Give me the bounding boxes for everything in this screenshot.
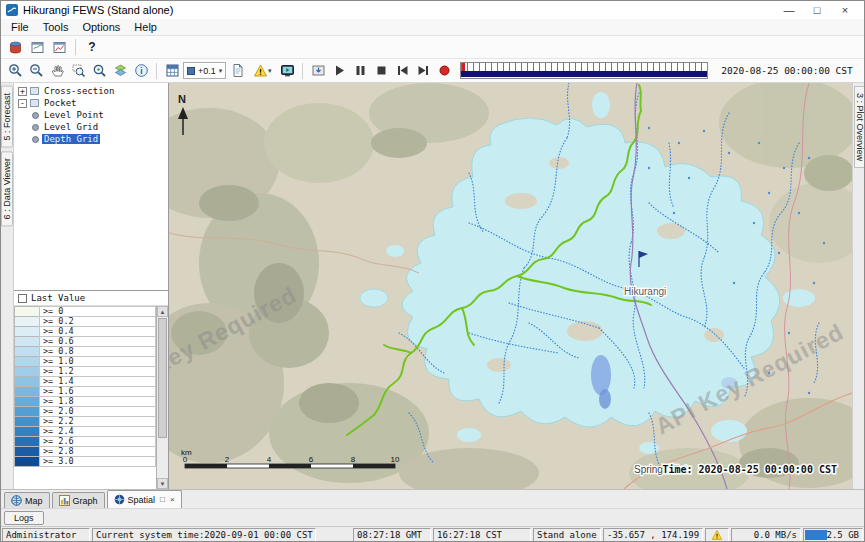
document-button[interactable] bbox=[227, 61, 247, 81]
app-window: Hikurangi FEWS (Stand alone) — □ × File … bbox=[0, 0, 865, 542]
tree-item-level-grid[interactable]: Level Grid bbox=[14, 121, 168, 133]
screen-icon bbox=[280, 63, 295, 78]
window-controls: — □ × bbox=[775, 2, 859, 19]
grid-icon bbox=[165, 63, 180, 78]
timeline-slider[interactable] bbox=[460, 62, 708, 79]
skip-to-end-button[interactable] bbox=[413, 61, 433, 81]
tree-expander-icon[interactable]: - bbox=[18, 99, 27, 108]
legend-panel: Last Value >= 0>= 0.2>= 0.4>= 0.6>= 0.8>… bbox=[14, 291, 168, 489]
tab-plot-overview[interactable]: 3 : Plot Overview bbox=[854, 86, 865, 168]
pan-hand-icon bbox=[50, 63, 65, 78]
tab-forecast[interactable]: 5 : Forecast bbox=[1, 86, 13, 148]
tab-data-viewer[interactable]: 6 : Data Viewer bbox=[1, 151, 13, 226]
mini-grid-icon bbox=[187, 67, 195, 75]
legend-row[interactable]: >= 3.0 bbox=[14, 456, 156, 467]
pause-button[interactable] bbox=[350, 61, 370, 81]
statusbar-user: Administrator bbox=[2, 528, 90, 542]
bottom-tab-bar: Map Graph Spatial □ × bbox=[1, 489, 864, 508]
app-logo-icon bbox=[6, 4, 18, 16]
scrollbar-thumb[interactable] bbox=[158, 318, 167, 438]
statusbar: Administrator Current system time:2020-0… bbox=[1, 526, 864, 542]
last-value-checkbox[interactable] bbox=[18, 294, 27, 303]
chevron-down-icon: ▾ bbox=[219, 67, 223, 75]
record-icon bbox=[437, 63, 452, 78]
maximize-button[interactable]: □ bbox=[803, 2, 831, 19]
play-icon bbox=[332, 63, 347, 78]
svg-text:0: 0 bbox=[183, 455, 188, 464]
layers-button[interactable] bbox=[110, 61, 130, 81]
tab-graph[interactable]: Graph bbox=[52, 492, 105, 508]
record-button[interactable] bbox=[434, 61, 454, 81]
tree-item-depth-grid[interactable]: Depth Grid bbox=[14, 133, 168, 145]
menu-file[interactable]: File bbox=[4, 20, 36, 34]
north-label: N bbox=[178, 93, 186, 105]
float-panel-icon[interactable]: □ bbox=[160, 496, 165, 504]
statusbar-spacer bbox=[318, 528, 351, 542]
map-display-button[interactable] bbox=[27, 37, 47, 57]
zoom-out-button[interactable] bbox=[26, 61, 46, 81]
tree-item-level-point[interactable]: Level Point bbox=[14, 109, 168, 121]
node-dot-icon bbox=[32, 112, 39, 119]
animation-display-button[interactable] bbox=[277, 61, 297, 81]
svg-text:10: 10 bbox=[391, 455, 400, 464]
tab-map[interactable]: Map bbox=[4, 492, 50, 508]
svg-text:4: 4 bbox=[267, 455, 272, 464]
open-database-button[interactable] bbox=[5, 37, 25, 57]
legend-body: >= 0>= 0.2>= 0.4>= 0.6>= 0.8>= 1.0>= 1.2… bbox=[14, 306, 168, 489]
pause-icon bbox=[353, 63, 368, 78]
svg-text:6: 6 bbox=[309, 455, 314, 464]
play-button[interactable] bbox=[329, 61, 349, 81]
menu-options[interactable]: Options bbox=[75, 20, 127, 34]
statusbar-gmt-time: 08:27:18 GMT bbox=[353, 528, 431, 542]
help-icon: ? bbox=[88, 40, 95, 54]
close-tab-icon[interactable]: × bbox=[170, 496, 175, 504]
timeline-ticks bbox=[461, 63, 707, 71]
warning-icon bbox=[711, 529, 723, 541]
export-animation-button[interactable] bbox=[308, 61, 328, 81]
close-button[interactable]: × bbox=[831, 2, 859, 19]
minimize-button[interactable]: — bbox=[775, 2, 803, 19]
zoom-in-button[interactable] bbox=[5, 61, 25, 81]
zoom-in-icon bbox=[8, 63, 23, 78]
legend-header: Last Value bbox=[14, 291, 168, 306]
skip-start-icon bbox=[395, 63, 410, 78]
tree-item-label: Cross-section bbox=[42, 86, 116, 96]
tab-spatial[interactable]: Spatial □ × bbox=[107, 490, 182, 508]
map-image: API Key Required API Key Required Hikura… bbox=[169, 83, 852, 489]
tree-expander-icon[interactable]: + bbox=[18, 87, 27, 96]
svg-text:8: 8 bbox=[351, 455, 356, 464]
stop-icon bbox=[374, 63, 389, 78]
statusbar-warning-cell[interactable] bbox=[705, 528, 729, 542]
warning-icon bbox=[253, 63, 268, 78]
grid-increment-combo[interactable]: +0.1 ▾ bbox=[183, 62, 226, 79]
info-button[interactable]: i bbox=[131, 61, 151, 81]
warnings-dropdown-button[interactable]: ▾ bbox=[248, 61, 276, 81]
logs-button[interactable]: Logs bbox=[4, 511, 44, 525]
current-datetime-display[interactable]: 2020-08-25 00:00:00 CST bbox=[714, 65, 860, 76]
map-time-label: Time: 2020-08-25 00:00:00 CST bbox=[662, 464, 837, 475]
grid-display-button[interactable] bbox=[162, 61, 182, 81]
stop-button[interactable] bbox=[371, 61, 391, 81]
zoom-box-button[interactable] bbox=[68, 61, 88, 81]
chevron-down-icon: ▾ bbox=[268, 67, 272, 75]
menu-help[interactable]: Help bbox=[127, 20, 164, 34]
map-canvas[interactable]: API Key Required API Key Required Hikura… bbox=[169, 83, 852, 489]
download-icon bbox=[311, 63, 326, 78]
scroll-up-icon[interactable]: ▲ bbox=[157, 306, 168, 317]
zoom-extent-button[interactable] bbox=[89, 61, 109, 81]
time-series-display-button[interactable] bbox=[49, 37, 69, 57]
pan-button[interactable] bbox=[47, 61, 67, 81]
right-tab-strip: 3 : Plot Overview bbox=[852, 83, 865, 489]
tree-item-label: Level Point bbox=[42, 110, 106, 120]
help-button[interactable]: ? bbox=[82, 37, 102, 57]
svg-text:2: 2 bbox=[225, 455, 230, 464]
scroll-down-icon[interactable]: ▼ bbox=[157, 478, 168, 489]
skip-to-start-button[interactable] bbox=[392, 61, 412, 81]
tree-item-pocket[interactable]: -Pocket bbox=[14, 97, 168, 109]
legend-scrollbar[interactable]: ▲ ▼ bbox=[156, 306, 168, 489]
tree-item-cross-section[interactable]: +Cross-section bbox=[14, 85, 168, 97]
database-icon bbox=[8, 40, 23, 55]
menu-tools[interactable]: Tools bbox=[36, 20, 76, 34]
node-dot-icon bbox=[32, 124, 39, 131]
globe-icon bbox=[11, 495, 22, 506]
